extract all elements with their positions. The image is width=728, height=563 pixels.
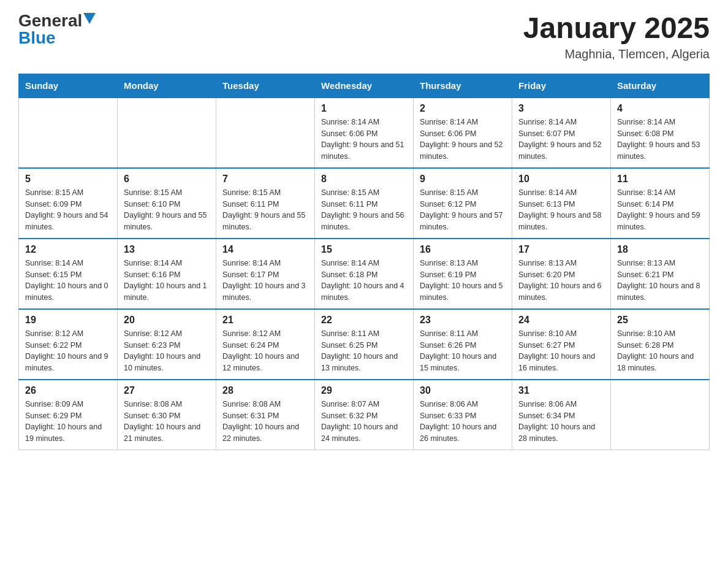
month-title: January 2025 bbox=[523, 12, 710, 45]
calendar-cell: 14Sunrise: 8:14 AM Sunset: 6:17 PM Dayli… bbox=[216, 239, 315, 309]
day-info: Sunrise: 8:10 AM Sunset: 6:27 PM Dayligh… bbox=[518, 328, 604, 374]
week-row-5: 26Sunrise: 8:09 AM Sunset: 6:29 PM Dayli… bbox=[19, 380, 710, 450]
day-number: 13 bbox=[124, 244, 210, 255]
day-info: Sunrise: 8:14 AM Sunset: 6:14 PM Dayligh… bbox=[617, 187, 703, 233]
day-number: 29 bbox=[321, 385, 407, 396]
page-header: General Blue January 2025 Maghnia, Tlemc… bbox=[18, 12, 710, 61]
calendar-cell: 12Sunrise: 8:14 AM Sunset: 6:15 PM Dayli… bbox=[19, 239, 118, 309]
calendar-cell: 10Sunrise: 8:14 AM Sunset: 6:13 PM Dayli… bbox=[512, 168, 611, 239]
calendar-cell bbox=[19, 98, 118, 168]
day-number: 12 bbox=[25, 244, 111, 255]
day-number: 17 bbox=[518, 244, 604, 255]
calendar-cell: 29Sunrise: 8:07 AM Sunset: 6:32 PM Dayli… bbox=[315, 380, 414, 450]
calendar-cell bbox=[611, 380, 710, 450]
day-number: 19 bbox=[25, 315, 111, 326]
calendar-cell: 3Sunrise: 8:14 AM Sunset: 6:07 PM Daylig… bbox=[512, 98, 611, 168]
logo: General Blue bbox=[18, 12, 96, 47]
day-number: 11 bbox=[617, 174, 703, 185]
title-section: January 2025 Maghnia, Tlemcen, Algeria bbox=[523, 12, 710, 61]
calendar-cell: 5Sunrise: 8:15 AM Sunset: 6:09 PM Daylig… bbox=[19, 168, 118, 239]
calendar-cell: 28Sunrise: 8:08 AM Sunset: 6:31 PM Dayli… bbox=[216, 380, 315, 450]
calendar-header-thursday: Thursday bbox=[414, 74, 512, 98]
day-number: 14 bbox=[222, 244, 308, 255]
calendar-cell: 20Sunrise: 8:12 AM Sunset: 6:23 PM Dayli… bbox=[118, 309, 216, 380]
calendar-cell: 30Sunrise: 8:06 AM Sunset: 6:33 PM Dayli… bbox=[414, 380, 512, 450]
calendar-cell: 17Sunrise: 8:13 AM Sunset: 6:20 PM Dayli… bbox=[512, 239, 611, 309]
calendar-cell: 9Sunrise: 8:15 AM Sunset: 6:12 PM Daylig… bbox=[414, 168, 512, 239]
calendar-header-saturday: Saturday bbox=[611, 74, 710, 98]
day-number: 26 bbox=[25, 385, 111, 396]
day-info: Sunrise: 8:06 AM Sunset: 6:34 PM Dayligh… bbox=[518, 399, 604, 445]
day-info: Sunrise: 8:13 AM Sunset: 6:19 PM Dayligh… bbox=[420, 258, 506, 304]
day-number: 5 bbox=[25, 174, 111, 185]
day-info: Sunrise: 8:08 AM Sunset: 6:31 PM Dayligh… bbox=[222, 399, 308, 445]
calendar-cell: 8Sunrise: 8:15 AM Sunset: 6:11 PM Daylig… bbox=[315, 168, 414, 239]
calendar-header-friday: Friday bbox=[512, 74, 611, 98]
day-info: Sunrise: 8:14 AM Sunset: 6:16 PM Dayligh… bbox=[124, 258, 210, 304]
day-number: 18 bbox=[617, 244, 703, 255]
calendar-header-wednesday: Wednesday bbox=[315, 74, 414, 98]
week-row-2: 5Sunrise: 8:15 AM Sunset: 6:09 PM Daylig… bbox=[19, 168, 710, 239]
day-info: Sunrise: 8:12 AM Sunset: 6:23 PM Dayligh… bbox=[124, 328, 210, 374]
calendar-cell: 31Sunrise: 8:06 AM Sunset: 6:34 PM Dayli… bbox=[512, 380, 611, 450]
day-number: 9 bbox=[420, 174, 506, 185]
day-info: Sunrise: 8:11 AM Sunset: 6:26 PM Dayligh… bbox=[420, 328, 506, 374]
day-info: Sunrise: 8:06 AM Sunset: 6:33 PM Dayligh… bbox=[420, 399, 506, 445]
day-number: 15 bbox=[321, 244, 407, 255]
calendar-cell: 15Sunrise: 8:14 AM Sunset: 6:18 PM Dayli… bbox=[315, 239, 414, 309]
day-number: 2 bbox=[420, 103, 506, 114]
logo-triangle-icon bbox=[83, 13, 96, 24]
day-number: 16 bbox=[420, 244, 506, 255]
day-number: 4 bbox=[617, 103, 703, 114]
day-number: 22 bbox=[321, 315, 407, 326]
calendar-cell: 24Sunrise: 8:10 AM Sunset: 6:27 PM Dayli… bbox=[512, 309, 611, 380]
calendar-cell: 19Sunrise: 8:12 AM Sunset: 6:22 PM Dayli… bbox=[19, 309, 118, 380]
day-info: Sunrise: 8:14 AM Sunset: 6:06 PM Dayligh… bbox=[420, 117, 506, 163]
day-info: Sunrise: 8:12 AM Sunset: 6:22 PM Dayligh… bbox=[25, 328, 111, 374]
day-info: Sunrise: 8:12 AM Sunset: 6:24 PM Dayligh… bbox=[222, 328, 308, 374]
week-row-3: 12Sunrise: 8:14 AM Sunset: 6:15 PM Dayli… bbox=[19, 239, 710, 309]
calendar-cell: 27Sunrise: 8:08 AM Sunset: 6:30 PM Dayli… bbox=[118, 380, 216, 450]
calendar-cell: 16Sunrise: 8:13 AM Sunset: 6:19 PM Dayli… bbox=[414, 239, 512, 309]
day-info: Sunrise: 8:15 AM Sunset: 6:11 PM Dayligh… bbox=[222, 187, 308, 233]
calendar-cell: 23Sunrise: 8:11 AM Sunset: 6:26 PM Dayli… bbox=[414, 309, 512, 380]
logo-blue-text: Blue bbox=[18, 29, 56, 47]
day-info: Sunrise: 8:14 AM Sunset: 6:13 PM Dayligh… bbox=[518, 187, 604, 233]
day-info: Sunrise: 8:08 AM Sunset: 6:30 PM Dayligh… bbox=[124, 399, 210, 445]
calendar-cell: 1Sunrise: 8:14 AM Sunset: 6:06 PM Daylig… bbox=[315, 98, 414, 168]
day-info: Sunrise: 8:15 AM Sunset: 6:09 PM Dayligh… bbox=[25, 187, 111, 233]
day-info: Sunrise: 8:07 AM Sunset: 6:32 PM Dayligh… bbox=[321, 399, 407, 445]
calendar-cell bbox=[118, 98, 216, 168]
calendar-cell: 22Sunrise: 8:11 AM Sunset: 6:25 PM Dayli… bbox=[315, 309, 414, 380]
calendar-header-row: SundayMondayTuesdayWednesdayThursdayFrid… bbox=[19, 74, 710, 98]
day-number: 7 bbox=[222, 174, 308, 185]
day-info: Sunrise: 8:14 AM Sunset: 6:08 PM Dayligh… bbox=[617, 117, 703, 163]
day-info: Sunrise: 8:13 AM Sunset: 6:20 PM Dayligh… bbox=[518, 258, 604, 304]
day-info: Sunrise: 8:14 AM Sunset: 6:18 PM Dayligh… bbox=[321, 258, 407, 304]
day-number: 27 bbox=[124, 385, 210, 396]
day-info: Sunrise: 8:11 AM Sunset: 6:25 PM Dayligh… bbox=[321, 328, 407, 374]
day-number: 24 bbox=[518, 315, 604, 326]
day-info: Sunrise: 8:15 AM Sunset: 6:11 PM Dayligh… bbox=[321, 187, 407, 233]
day-number: 28 bbox=[222, 385, 308, 396]
calendar-cell: 25Sunrise: 8:10 AM Sunset: 6:28 PM Dayli… bbox=[611, 309, 710, 380]
day-number: 30 bbox=[420, 385, 506, 396]
calendar-cell: 4Sunrise: 8:14 AM Sunset: 6:08 PM Daylig… bbox=[611, 98, 710, 168]
day-number: 8 bbox=[321, 174, 407, 185]
day-info: Sunrise: 8:10 AM Sunset: 6:28 PM Dayligh… bbox=[617, 328, 703, 374]
calendar-header-sunday: Sunday bbox=[19, 74, 118, 98]
calendar-cell bbox=[216, 98, 315, 168]
calendar-cell: 2Sunrise: 8:14 AM Sunset: 6:06 PM Daylig… bbox=[414, 98, 512, 168]
week-row-1: 1Sunrise: 8:14 AM Sunset: 6:06 PM Daylig… bbox=[19, 98, 710, 168]
week-row-4: 19Sunrise: 8:12 AM Sunset: 6:22 PM Dayli… bbox=[19, 309, 710, 380]
calendar-cell: 11Sunrise: 8:14 AM Sunset: 6:14 PM Dayli… bbox=[611, 168, 710, 239]
day-number: 10 bbox=[518, 174, 604, 185]
calendar-cell: 7Sunrise: 8:15 AM Sunset: 6:11 PM Daylig… bbox=[216, 168, 315, 239]
calendar-cell: 26Sunrise: 8:09 AM Sunset: 6:29 PM Dayli… bbox=[19, 380, 118, 450]
calendar-cell: 18Sunrise: 8:13 AM Sunset: 6:21 PM Dayli… bbox=[611, 239, 710, 309]
calendar-cell: 6Sunrise: 8:15 AM Sunset: 6:10 PM Daylig… bbox=[118, 168, 216, 239]
day-info: Sunrise: 8:14 AM Sunset: 6:17 PM Dayligh… bbox=[222, 258, 308, 304]
day-number: 20 bbox=[124, 315, 210, 326]
day-info: Sunrise: 8:13 AM Sunset: 6:21 PM Dayligh… bbox=[617, 258, 703, 304]
logo-general-text: General bbox=[18, 12, 82, 29]
